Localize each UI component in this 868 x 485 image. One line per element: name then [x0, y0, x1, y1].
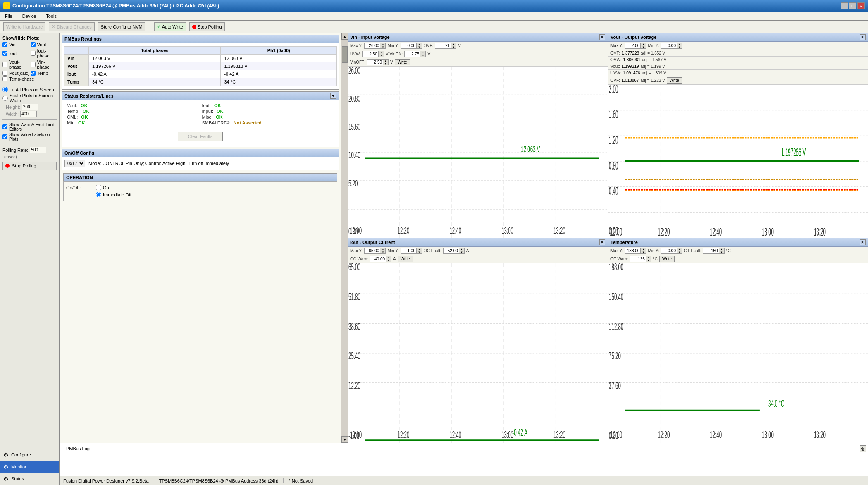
vin-max-y-input[interactable]: ▲▼ — [364, 43, 386, 49]
svg-text:15.60: 15.60 — [348, 122, 360, 132]
on-checkbox[interactable] — [96, 185, 101, 190]
vin-write-button[interactable]: Write — [395, 59, 410, 65]
status-expand-icon[interactable]: ▼ — [330, 93, 336, 99]
menu-tools[interactable]: Tools — [44, 13, 58, 19]
sidebar-item-configure[interactable]: ⚙ Configure — [0, 449, 59, 461]
show-warn-fault-checkbox[interactable] — [2, 124, 7, 129]
scroll-thumb[interactable] — [342, 46, 348, 63]
temp-write-button[interactable]: Write — [659, 256, 675, 262]
vin-checkbox-label: Vin — [9, 42, 16, 47]
scale-width-radio[interactable] — [2, 96, 8, 101]
vout-chart-controls6: UVF: 1.018867 adj = 1.222 V Write — [608, 76, 868, 85]
status-registers-panel: Status Registers/Lines ▼ Vout: OK Iout: — [62, 91, 339, 147]
height-input[interactable] — [22, 104, 38, 110]
write-to-hardware-button[interactable]: Write to Hardware — [3, 22, 45, 31]
iout-min-y-input[interactable]: ▲▼ — [401, 248, 422, 254]
svg-text:188.00: 188.00 — [609, 263, 623, 272]
temp-ot-warn-input[interactable]: ▲▼ — [630, 256, 651, 262]
temp-phase-label2: Temp-phase — [9, 76, 34, 81]
vout-chart-close[interactable]: ✕ — [860, 34, 866, 40]
vin-chart-header: Vin - Input Voltage ✕ — [348, 33, 608, 42]
vin-vinoff-input[interactable]: ▲▼ — [367, 59, 389, 65]
discard-changes-button[interactable]: ✕ Discard Changes — [49, 22, 94, 31]
onoff-config-content: 0x17 Mode: CONTROL Pin Only; Control: Ac… — [62, 157, 339, 170]
vout-ph1: 1.195313 V — [221, 62, 337, 70]
close-button[interactable]: ✕ — [857, 2, 865, 9]
polling-rate-unit: (msec) — [2, 155, 57, 159]
onoff-config-select[interactable]: 0x17 — [64, 160, 85, 167]
immediate-off-label: Immediate Off — [103, 192, 131, 197]
log-tabs: PMBus Log 🗑 — [60, 443, 868, 453]
iout-chart-controls: Max Y: ▲▼ Min Y: ▲▼ OC Fault: — [348, 247, 608, 255]
vin-chart-controls2: UVW: ▲▼ V VinON: ▲▼ V — [348, 50, 608, 58]
show-value-labels-checkbox[interactable] — [2, 134, 7, 139]
monitor-label: Monitor — [11, 464, 26, 469]
vin-checkbox[interactable] — [2, 42, 7, 47]
iout-status-label: Iout: — [202, 103, 211, 108]
vout-phase-checkbox[interactable] — [2, 62, 7, 67]
status-label: Status — [11, 476, 24, 481]
sidebar-item-status[interactable]: ⚙ Status — [0, 473, 59, 485]
auto-write-button[interactable]: ✓ Auto Write — [154, 22, 186, 31]
temp-chart-svg: 188.00 150.40 112.80 75.20 37.60 0.00 12… — [608, 263, 868, 443]
vout-status-row: Vout: OK — [67, 103, 199, 108]
polling-rate-input[interactable] — [30, 147, 46, 153]
scroll-up-arrow[interactable]: ▲ — [341, 33, 348, 40]
temp-ot-fault-input[interactable]: ▲▼ — [703, 248, 725, 254]
maximize-button[interactable]: □ — [849, 2, 856, 9]
vout-checkbox[interactable] — [31, 42, 36, 47]
pout-calc-label: Pout(calc) — [9, 71, 30, 76]
pout-calc-checkbox[interactable] — [2, 71, 7, 76]
iout-phase-checkbox[interactable] — [31, 51, 36, 56]
width-input[interactable] — [20, 111, 37, 117]
vin-vinon-input[interactable]: ▲▼ — [404, 51, 426, 57]
clear-faults-button[interactable]: Clear Faults — [178, 132, 223, 141]
temp-phase-checkbox[interactable] — [2, 76, 7, 81]
vout-chart-title: Vout - Output Voltage — [610, 35, 656, 40]
vin-phase-checkbox[interactable] — [31, 62, 36, 67]
center-scrollbar[interactable]: ▲ ▼ — [341, 33, 348, 443]
stop-dot-icon — [5, 164, 10, 168]
iout-chart-close[interactable]: ✕ — [599, 239, 605, 245]
iout-oc-fault-input[interactable]: ▲▼ — [443, 248, 465, 254]
store-config-to-nvm-button[interactable]: Store Config to NVM — [98, 22, 145, 31]
log-clear-button[interactable]: 🗑 — [860, 445, 866, 452]
operation-panel: OPERATION On/Off: On — [62, 172, 339, 203]
fit-all-radio[interactable] — [2, 87, 8, 92]
cml-status-row: CML: OK — [67, 115, 199, 119]
misc-status-value: OK — [216, 115, 223, 119]
iout-max-y-input[interactable]: ▲▼ — [364, 248, 386, 254]
iout-oc-warn-input[interactable]: ▲▼ — [370, 256, 391, 262]
temp-max-y-input[interactable]: ▲▼ — [625, 248, 646, 254]
minimize-button[interactable]: ─ — [841, 2, 848, 9]
svg-text:12:00: 12:00 — [350, 430, 362, 441]
vin-ovf-input[interactable]: ▲▼ — [435, 43, 456, 49]
scroll-down-arrow[interactable]: ▼ — [341, 436, 348, 443]
svg-text:12:20: 12:20 — [658, 225, 670, 238]
sidebar-item-monitor[interactable]: ⚙ Monitor — [0, 461, 59, 473]
iout-write-button[interactable]: Write — [398, 256, 413, 262]
operation-onoff-label: On/Off: — [66, 185, 91, 190]
temp-checkbox[interactable] — [31, 71, 36, 76]
cml-status-label: CML: — [67, 115, 78, 119]
vout-uvw-value: 1.091476 — [623, 71, 640, 75]
vout-max-y-input[interactable]: ▲▼ — [625, 43, 646, 49]
stop-polling-sidebar-button[interactable]: Stop Polling — [2, 162, 57, 170]
iout-checkbox[interactable] — [2, 51, 7, 56]
stop-polling-toolbar-button[interactable]: Stop Polling — [189, 22, 225, 31]
vout-min-y-input[interactable]: ▲▼ — [661, 43, 682, 49]
vout-write-button[interactable]: Write — [667, 77, 682, 84]
vin-uvw-input[interactable]: ▲▼ — [362, 51, 384, 57]
onoff-config-panel: On/Off Config 0x17 Mode: CONTROL Pin Onl… — [62, 149, 339, 170]
temp-min-y-input[interactable]: ▲▼ — [661, 248, 682, 254]
pmbus-log-tab[interactable]: PMBus Log — [62, 445, 94, 452]
polling-rate-label: Polling Rate: — [2, 148, 28, 153]
vin-min-y-input[interactable]: ▲▼ — [401, 43, 422, 49]
immediate-off-radio[interactable] — [96, 192, 101, 197]
temp-chart-close[interactable]: ✕ — [860, 239, 866, 245]
svg-rect-50 — [348, 263, 608, 443]
vin-chart-close[interactable]: ✕ — [599, 34, 605, 40]
menu-device[interactable]: Device — [21, 13, 38, 19]
menu-file[interactable]: File — [3, 13, 14, 19]
vout-total: 1.197266 V — [89, 62, 221, 70]
